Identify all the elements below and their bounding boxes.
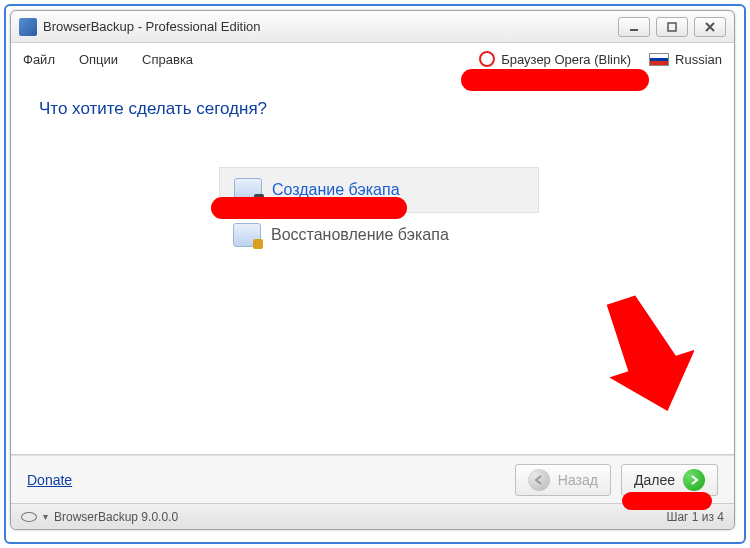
restore-backup-icon [233, 223, 261, 247]
annotation-highlight [461, 69, 649, 91]
status-dropdown-icon[interactable]: ▾ [43, 511, 48, 522]
menu-file[interactable]: Файл [23, 52, 55, 67]
flag-icon [649, 53, 669, 66]
close-button[interactable] [694, 17, 726, 37]
donate-link[interactable]: Donate [27, 472, 72, 488]
maximize-icon [666, 21, 678, 33]
annotation-arrow-icon [604, 294, 694, 414]
language-selector[interactable]: Russian [649, 52, 722, 67]
back-label: Назад [558, 472, 598, 488]
next-label: Далее [634, 472, 675, 488]
browser-label: Браузер Opera (Blink) [501, 52, 631, 67]
window-controls [618, 17, 726, 37]
status-product: BrowserBackup 9.0.0.0 [54, 510, 178, 524]
minimize-button[interactable] [618, 17, 650, 37]
wizard-prompt: Что хотите сделать сегодня? [39, 99, 706, 119]
maximize-button[interactable] [656, 17, 688, 37]
window-title: BrowserBackup - Professional Edition [43, 19, 261, 34]
annotation-highlight [211, 197, 407, 219]
nav-buttons: Назад Далее [515, 464, 718, 496]
svg-marker-4 [604, 294, 694, 414]
svg-rect-1 [668, 23, 676, 31]
annotation-highlight [622, 492, 712, 510]
next-button[interactable]: Далее [621, 464, 718, 496]
eye-icon [21, 512, 37, 522]
minimize-icon [628, 21, 640, 33]
option-restore-backup[interactable]: Восстановление бэкапа [219, 213, 539, 257]
option-restore-label: Восстановление бэкапа [271, 226, 449, 244]
status-step: Шаг 1 из 4 [666, 510, 724, 524]
titlebar: BrowserBackup - Professional Edition [11, 11, 734, 43]
arrow-left-icon [528, 469, 550, 491]
language-label: Russian [675, 52, 722, 67]
app-icon [19, 18, 37, 36]
arrow-right-icon [683, 469, 705, 491]
menu-help[interactable]: Справка [142, 52, 193, 67]
app-window: BrowserBackup - Professional Edition Фай… [10, 10, 735, 530]
browser-selector[interactable]: Браузер Opera (Blink) [479, 51, 631, 67]
back-button[interactable]: Назад [515, 464, 611, 496]
opera-icon [479, 51, 495, 67]
close-icon [704, 21, 716, 33]
menu-options[interactable]: Опции [79, 52, 118, 67]
content-area: Что хотите сделать сегодня? Создание бэк… [11, 75, 734, 455]
